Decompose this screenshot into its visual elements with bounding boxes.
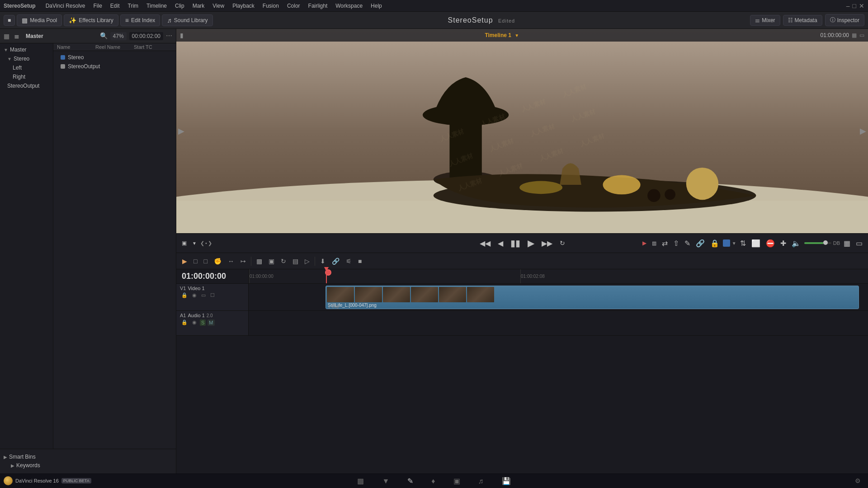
menu-mark[interactable]: Mark: [189, 2, 208, 10]
ripple-icon[interactable]: ⇄: [660, 237, 670, 249]
menu-clip[interactable]: Clip: [171, 2, 188, 10]
snapping-icon[interactable]: ■: [356, 256, 364, 266]
play-button[interactable]: ▶: [526, 236, 536, 250]
match-frame-icon[interactable]: ⬜: [750, 237, 762, 249]
menu-fairlight[interactable]: Fairlight: [305, 2, 331, 10]
menu-help[interactable]: Help: [367, 2, 386, 10]
arrow-tool[interactable]: ▶: [180, 256, 189, 266]
tree-left[interactable]: Left: [0, 63, 53, 72]
next-frame-icon[interactable]: ❯: [208, 240, 212, 246]
layout-icon[interactable]: ▦: [852, 32, 857, 38]
track-audio-icon[interactable]: ☐: [209, 292, 216, 299]
metadata-button[interactable]: ☷ Metadata: [783, 15, 822, 26]
toolbar-edit-icon[interactable]: ✎: [683, 237, 692, 249]
video-track-content[interactable]: StillLife_L.[000-047].png 1 Clip: [249, 284, 868, 310]
nav-edit[interactable]: ✎: [404, 475, 417, 487]
menu-edit[interactable]: Edit: [107, 2, 123, 10]
loop-button[interactable]: ↻: [558, 238, 567, 249]
minimize-button[interactable]: –: [846, 2, 850, 9]
slide-tool-icon[interactable]: ↦: [238, 256, 248, 266]
panel-grid-icon[interactable]: ▦: [4, 33, 9, 40]
layout-options-icon[interactable]: ▦: [842, 237, 852, 249]
clip-mode-icon[interactable]: ▥: [650, 239, 658, 248]
in-mark-icon[interactable]: ▶: [641, 238, 648, 248]
audio-mute-icon[interactable]: M: [208, 319, 214, 326]
preview-in-icon[interactable]: ▮: [180, 32, 184, 39]
step-back-button[interactable]: ◀: [496, 237, 505, 249]
menu-color[interactable]: Color: [283, 2, 304, 10]
fullscreen-icon[interactable]: ▭: [859, 32, 864, 38]
fullscreen-toggle-icon[interactable]: ▭: [854, 237, 864, 249]
volume-slider[interactable]: [804, 242, 831, 244]
media-item-stereooutput[interactable]: StereoOutput: [53, 62, 176, 71]
menu-file[interactable]: File: [90, 2, 106, 10]
flag-options[interactable]: ▼: [732, 241, 736, 246]
menu-timeline[interactable]: Timeline: [143, 2, 170, 10]
fitfill-button[interactable]: ▤: [290, 256, 301, 266]
preview-prev-arrow[interactable]: ▶: [178, 126, 184, 136]
prev-frame-icon[interactable]: ❮: [200, 240, 204, 246]
blade-tool-icon[interactable]: ✊: [212, 256, 224, 266]
ripple-delete-icon[interactable]: ⬇: [318, 256, 328, 266]
keyboard-icon[interactable]: ⇧: [671, 237, 681, 249]
close-button[interactable]: ✕: [859, 2, 864, 9]
audio-track-content[interactable]: [249, 311, 868, 335]
menu-playback[interactable]: Playback: [229, 2, 258, 10]
nav-media-pool[interactable]: ▩: [354, 475, 368, 487]
media-item-stereo[interactable]: Stereo: [53, 53, 176, 62]
track-lock-icon[interactable]: 🔒: [180, 292, 189, 299]
tree-stereo[interactable]: ▼ Stereo: [0, 54, 53, 63]
nav-color[interactable]: ▣: [450, 475, 464, 487]
replace-button[interactable]: ↻: [278, 256, 288, 266]
viewer-options-icon[interactable]: ▼: [190, 239, 198, 248]
trim-tool-icon[interactable]: □: [191, 256, 199, 266]
inspector-button[interactable]: ⓘ Inspector: [825, 14, 864, 26]
sound-library-button[interactable]: ♬ Sound Library: [162, 14, 212, 26]
audio-monitor-icon[interactable]: ◉: [191, 319, 198, 326]
nav-fusion[interactable]: ♦: [428, 475, 439, 487]
maximize-button[interactable]: □: [853, 2, 856, 9]
nav-deliver[interactable]: 💾: [498, 475, 514, 487]
panel-list-icon[interactable]: ≣: [14, 33, 19, 40]
video-clip[interactable]: StillLife_L.[000-047].png: [326, 286, 859, 309]
insert-button[interactable]: ▩: [254, 256, 264, 266]
append-button[interactable]: ▷: [302, 256, 312, 266]
snap-toggle[interactable]: ⚟: [344, 256, 354, 266]
menu-view[interactable]: View: [209, 2, 228, 10]
menu-davinci-resolve[interactable]: DaVinci Resolve: [42, 2, 89, 10]
smart-bins-header[interactable]: ▶ Smart Bins: [4, 453, 172, 461]
volume-icon[interactable]: 🔈: [790, 237, 802, 249]
slip-tool-icon[interactable]: ↔: [226, 256, 236, 266]
link-audio-icon[interactable]: 🔗: [330, 256, 342, 266]
flag-blue[interactable]: [723, 239, 730, 247]
tree-stereo-output[interactable]: StereoOutput: [0, 81, 53, 90]
track-monitor-icon[interactable]: ◉: [191, 292, 198, 299]
audio-lock-icon[interactable]: 🔒: [180, 319, 189, 326]
home-button[interactable]: ■: [4, 15, 15, 26]
menu-workspace[interactable]: Workspace: [332, 2, 366, 10]
preview-next-arrow[interactable]: ▶: [860, 126, 866, 136]
link-icon[interactable]: 🔗: [694, 237, 707, 249]
effects-library-button[interactable]: ✨ Effects Library: [64, 14, 118, 26]
timeline-label[interactable]: Timeline 1 ▼: [485, 32, 519, 38]
nav-fairlight[interactable]: ♬: [475, 475, 487, 487]
settings-icon[interactable]: ⚙: [851, 475, 864, 486]
lock-icon[interactable]: 🔒: [708, 237, 721, 249]
stop-button[interactable]: ▮▮: [509, 236, 522, 250]
go-to-end-button[interactable]: ▶▶: [540, 237, 554, 249]
menu-fusion[interactable]: Fusion: [259, 2, 283, 10]
timeline-ruler[interactable]: 01:00:00:00 01:00:02:08: [249, 269, 868, 283]
viewer-mode-icon[interactable]: ▣: [180, 238, 189, 248]
nav-cut[interactable]: ▼: [378, 475, 393, 487]
edit-index-button[interactable]: ≡ Edit Index: [120, 14, 160, 26]
dynamic-trim-icon[interactable]: □: [201, 256, 209, 266]
snap-icon[interactable]: ⛔: [764, 237, 777, 249]
go-to-start-button[interactable]: ◀◀: [478, 237, 492, 249]
add-marker-icon[interactable]: ✚: [778, 237, 788, 249]
menu-trim[interactable]: Trim: [124, 2, 142, 10]
tree-right[interactable]: Right: [0, 72, 53, 81]
zoom-display[interactable]: 47%: [110, 32, 127, 40]
overwrite-button[interactable]: ▣: [266, 256, 277, 266]
media-pool-button[interactable]: ▩ Media Pool: [17, 14, 62, 26]
audio-solo-icon[interactable]: S: [200, 319, 206, 326]
